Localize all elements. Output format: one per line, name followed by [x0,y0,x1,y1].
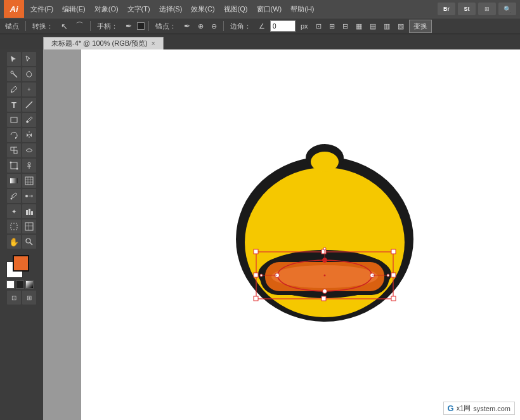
anchor2-icon[interactable]: ✒ [181,21,193,31]
rect-tool[interactable] [7,113,21,127]
align-icon-4[interactable]: ▦ [353,22,365,31]
document-tab[interactable]: 未标题-4* @ 100% (RGB/预览) × [43,37,164,49]
svg-rect-27 [29,209,30,215]
artboard-tool[interactable] [7,220,21,233]
svg-point-60 [387,274,389,277]
svg-rect-28 [31,211,33,215]
menu-file[interactable]: 文件(F) [27,3,57,15]
transform-icon-1[interactable]: ↖ [58,21,70,32]
gradient-swatch[interactable] [25,280,34,289]
svg-point-23 [25,195,28,197]
align-icon-3[interactable]: ⊟ [340,22,351,31]
angle-input[interactable] [270,20,296,32]
eyedropper-tool[interactable] [7,189,21,203]
align-icon-5[interactable]: ▤ [367,22,379,31]
free-transform-tool[interactable] [7,159,21,173]
svg-point-56 [324,275,326,277]
menu-window[interactable]: 窗口(W) [253,3,286,15]
symbol-sprayer-tool[interactable]: ✦ [7,204,21,218]
toolbar-sep-3 [148,21,149,31]
warp-tool[interactable] [22,143,36,157]
stock-btn[interactable]: St [458,3,476,15]
color-section [5,254,38,285]
magic-wand-tool[interactable] [7,67,21,81]
slice-tool[interactable] [22,220,36,233]
type-tool[interactable]: T [7,98,21,112]
line-tool[interactable] [22,98,36,112]
scale-tool[interactable] [7,143,21,157]
tool-row-9 [7,174,36,188]
watermark-url: system.com [473,405,510,412]
svg-point-12 [16,168,18,170]
tool-row-2 [7,67,36,81]
column-graph-tool[interactable] [22,204,36,218]
svg-rect-4 [11,117,17,122]
menu-view[interactable]: 视图(Q) [220,3,252,15]
direct-selection-tool[interactable] [22,52,36,66]
tool-row-12 [7,220,36,233]
hand-tool[interactable]: ✋ [7,235,21,249]
lasso-tool[interactable] [22,67,36,81]
draw-mode-btn[interactable]: ⊡ [7,291,21,305]
menu-edit[interactable]: 编辑(E) [58,3,89,15]
menu-select[interactable]: 选择(S) [155,3,186,15]
add-anchor-tool[interactable]: + [22,82,36,96]
menu-effect[interactable]: 效果(C) [187,3,218,15]
blend-tool[interactable] [22,189,36,203]
canvas-area: G x1网 system.com [43,49,520,420]
mesh-tool[interactable] [22,174,36,188]
tool-row-8 [7,159,36,173]
reflect-tool[interactable] [22,128,36,142]
angle-unit: px [298,22,311,30]
handle-label: 手柄： [94,21,120,32]
tool-row-10 [7,189,36,203]
tab-label: 未标题-4* @ 100% (RGB/预览) [51,39,148,48]
tool-row-1 [7,52,36,66]
align-icon-2[interactable]: ⊞ [327,22,337,31]
align-icon-7[interactable]: ▧ [395,22,406,31]
tab-close-btn[interactable]: × [152,40,155,47]
svg-point-62 [323,247,326,250]
corner-label: 边角： [228,21,254,32]
align-icon-6[interactable]: ▥ [381,22,393,31]
angle-icon: ∠ [256,22,268,31]
svg-line-3 [26,102,32,108]
handle-color-swatch[interactable] [137,22,145,30]
pen-tool[interactable] [7,82,21,96]
gradient-tool[interactable] [7,174,21,188]
svg-point-58 [260,274,263,277]
transform-button[interactable]: 变换 [409,20,432,33]
svg-line-1 [13,74,18,78]
puppet-warp-tool[interactable] [22,159,36,173]
bridge-btn[interactable]: Br [438,3,455,15]
white-swatch[interactable] [6,280,15,289]
anchor2-icon3[interactable]: ⊖ [209,22,219,31]
handle-icon-1[interactable]: ✒ [123,21,134,31]
selection-tool[interactable] [7,52,21,66]
svg-rect-45 [391,249,396,254]
align-icon-1[interactable]: ⊡ [313,22,324,31]
black-swatch[interactable] [16,280,24,289]
menu-help[interactable]: 帮助(H) [287,3,318,15]
screen-mode-btn[interactable]: ⊞ [22,291,36,305]
svg-rect-51 [391,273,396,277]
svg-point-2 [11,91,12,93]
zoom-tool[interactable] [22,235,36,249]
duck-illustration[interactable] [217,125,432,329]
rotate-tool[interactable] [7,128,21,142]
svg-rect-10 [11,162,17,169]
search-icon[interactable]: 🔍 [498,3,516,15]
svg-point-42 [271,265,378,288]
transform-label: 转换： [30,21,56,32]
anchor2-icon2[interactable]: ⊕ [195,22,206,31]
transform-icon-2[interactable]: ⌒ [73,20,86,32]
menu-type[interactable]: 文字(T) [124,3,154,15]
svg-rect-7 [11,147,14,150]
workspace-btn[interactable]: ⊞ [478,3,496,15]
paintbrush-tool[interactable] [22,113,36,127]
app-logo: Ai [4,0,24,18]
watermark: G x1网 system.com [443,402,515,415]
menu-object[interactable]: 对象(O) [91,3,122,15]
foreground-color-swatch[interactable] [13,255,29,272]
tab-bar: 未标题-4* @ 100% (RGB/预览) × [0,34,520,49]
